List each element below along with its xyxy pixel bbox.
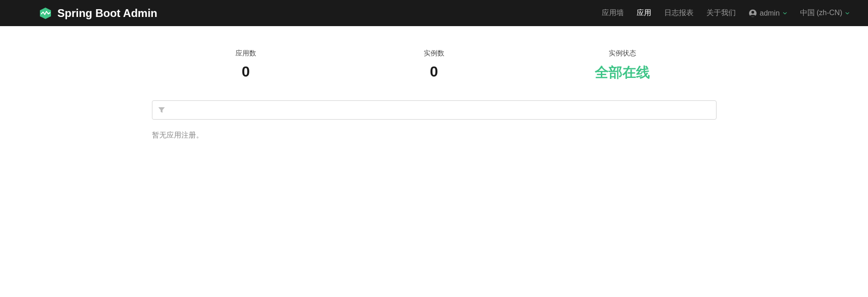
main-content: 应用数 0 实例数 0 实例状态 全部在线 暂无应用注册。 [113, 26, 756, 140]
nav-item-wallboard[interactable]: 应用墙 [602, 8, 624, 18]
nav-item-journal[interactable]: 日志报表 [664, 8, 694, 18]
stat-applications: 应用数 0 [152, 49, 340, 82]
filter-bar[interactable] [152, 100, 717, 120]
filter-icon [158, 106, 165, 114]
navbar-brand[interactable]: Spring Boot Admin [39, 7, 157, 20]
stat-applications-label: 应用数 [152, 49, 340, 58]
nav-item-applications[interactable]: 应用 [637, 8, 651, 18]
chevron-down-icon [845, 11, 850, 16]
filter-input[interactable] [170, 106, 711, 114]
user-icon [749, 9, 757, 17]
nav-item-locale[interactable]: 中国 (zh-CN) [800, 8, 850, 18]
logo-icon [39, 7, 52, 20]
stat-instances-label: 实例数 [340, 49, 528, 58]
locale-label: 中国 (zh-CN) [800, 8, 842, 18]
navbar: Spring Boot Admin 应用墙 应用 日志报表 关于我们 admin… [0, 0, 868, 26]
stats-row: 应用数 0 实例数 0 实例状态 全部在线 [152, 49, 717, 82]
user-label: admin [760, 9, 780, 17]
nav-item-user[interactable]: admin [749, 9, 787, 17]
stat-status-label: 实例状态 [528, 49, 717, 58]
nav-item-about[interactable]: 关于我们 [706, 8, 736, 18]
svg-point-2 [751, 11, 754, 13]
chevron-down-icon [783, 11, 787, 16]
navbar-nav: 应用墙 应用 日志报表 关于我们 admin 中国 (zh-CN) [602, 8, 850, 18]
empty-message: 暂无应用注册。 [152, 131, 717, 140]
brand-title: Spring Boot Admin [57, 7, 157, 20]
stat-instances: 实例数 0 [340, 49, 528, 82]
stat-instances-value: 0 [340, 63, 528, 80]
stat-status-value: 全部在线 [528, 63, 717, 82]
stat-status: 实例状态 全部在线 [528, 49, 717, 82]
stat-applications-value: 0 [152, 63, 340, 80]
